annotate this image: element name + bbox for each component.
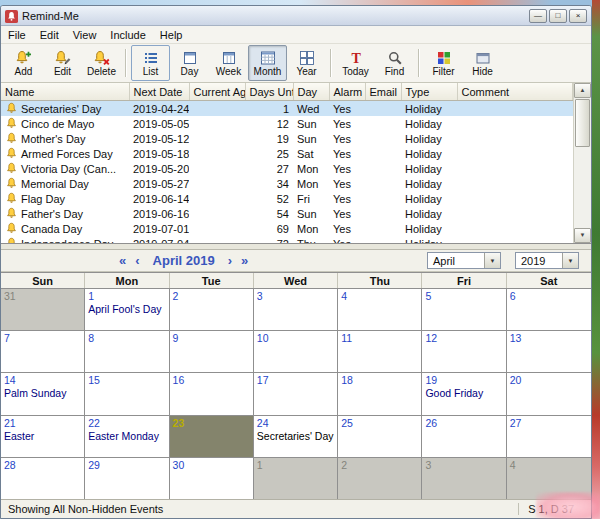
menu-include[interactable]: Include [103,28,152,42]
column-header-email[interactable]: Email [365,83,401,101]
cell-next_date: 2019-04-24 [129,101,189,117]
calendar-cell-12[interactable]: 12 [422,331,506,372]
year-dropdown[interactable]: 2019 ▼ [515,252,579,269]
menu-file[interactable]: File [1,28,33,42]
event-row[interactable]: Canada Day2019-07-0169MonYesHoliday [1,221,573,236]
calendar-cell-25[interactable]: 25 [338,416,422,457]
cell-alarm: Yes [329,101,365,117]
calendar-cell-21[interactable]: 21Easter [1,416,85,457]
calendar-cell-7[interactable]: 7 [1,331,85,372]
calendar-cell-13[interactable]: 13 [507,331,591,372]
calendar-cell-8[interactable]: 8 [85,331,169,372]
cell-name: Independence Day [1,236,129,243]
edit-button[interactable]: Edit [43,45,82,81]
menu-help[interactable]: Help [153,28,190,42]
calendar-cell-31[interactable]: 31 [1,289,85,330]
day-view-button[interactable]: Day [170,45,209,81]
cell-days_until: 12 [245,116,293,131]
calendar-cell-1[interactable]: 1April Fool's Day [85,289,169,330]
column-header-current_age[interactable]: Current Age [189,83,245,101]
column-header-day[interactable]: Day [293,83,329,101]
calendar-cell-4[interactable]: 4 [338,289,422,330]
calendar-cell-6[interactable]: 6 [507,289,591,330]
scroll-up-icon[interactable]: ▲ [574,83,591,98]
calendar-title: April 2019 [153,253,215,268]
list-view-button[interactable]: List [131,45,170,81]
month-dropdown[interactable]: April ▼ [427,252,501,269]
calendar-cell-3[interactable]: 3 [422,458,506,499]
year-view-button[interactable]: Year [287,45,326,81]
calendar-cell-3[interactable]: 3 [254,289,338,330]
column-header-next_date[interactable]: Next Date [129,83,189,101]
calendar-cell-30[interactable]: 30 [170,458,254,499]
calendar-cell-27[interactable]: 27 [507,416,591,457]
day-number: 2 [341,459,418,471]
cell-days_until: 25 [245,146,293,161]
column-header-alarm[interactable]: Alarm [329,83,365,101]
today-button[interactable]: TToday [336,45,375,81]
calendar-cell-23[interactable]: 23 [170,416,254,457]
calendar-cell-17[interactable]: 17 [254,373,338,414]
calendar-cell-10[interactable]: 10 [254,331,338,372]
event-row[interactable]: Father's Day2019-06-1654SunYesHoliday [1,206,573,221]
calendar-cell-22[interactable]: 22Easter Monday [85,416,169,457]
minimize-button[interactable]: — [529,9,547,23]
week-view-button[interactable]: Week [209,45,248,81]
calendar-cell-24[interactable]: 24Secretaries' Day [254,416,338,457]
scroll-down-icon[interactable]: ▼ [574,228,591,243]
event-row[interactable]: Secretaries' Day2019-04-241WedYesHoliday [1,101,573,117]
calendar-cell-5[interactable]: 5 [422,289,506,330]
menu-edit[interactable]: Edit [33,28,66,42]
calendar-cell-16[interactable]: 16 [170,373,254,414]
prev-year-button[interactable]: « [119,254,126,267]
month-view-button[interactable]: Month [248,45,287,81]
toolbar-button-label: Month [254,66,282,77]
calendar-cell-18[interactable]: 18 [338,373,422,414]
list-icon [143,50,159,66]
delete-button[interactable]: Delete [82,45,121,81]
find-button[interactable]: Find [375,45,414,81]
scrollbar-thumb[interactable] [575,99,590,147]
add-button[interactable]: Add [4,45,43,81]
column-header-type[interactable]: Type [401,83,457,101]
calendar-cell-11[interactable]: 11 [338,331,422,372]
calendar-cell-1[interactable]: 1 [254,458,338,499]
column-header-name[interactable]: Name [1,83,129,101]
window-title: Remind-Me [22,10,79,22]
prev-month-button[interactable]: ‹ [135,254,139,267]
event-row[interactable]: Independence Day2019-07-0472ThuYesHolida… [1,236,573,243]
event-name: Canada Day [21,223,82,235]
event-row[interactable]: Memorial Day2019-05-2734MonYesHoliday [1,176,573,191]
calendar-cell-15[interactable]: 15 [85,373,169,414]
cell-day: Sat [293,146,329,161]
event-row[interactable]: Victoria Day (Can...2019-05-2027MonYesHo… [1,161,573,176]
next-month-button[interactable]: › [228,254,232,267]
day-number: 7 [4,332,81,344]
calendar-cell-19[interactable]: 19Good Friday [422,373,506,414]
calendar-cell-4[interactable]: 4 [507,458,591,499]
close-button[interactable]: × [569,9,587,23]
next-year-button[interactable]: » [241,254,248,267]
calendar-cell-26[interactable]: 26 [422,416,506,457]
calendar-cell-14[interactable]: 14Palm Sunday [1,373,85,414]
calendar-cell-9[interactable]: 9 [170,331,254,372]
list-scrollbar[interactable]: ▲ ▼ [573,83,591,243]
column-header-comment[interactable]: Comment [457,83,573,101]
menu-view[interactable]: View [66,28,104,42]
event-row[interactable]: Mother's Day2019-05-1219SunYesHoliday [1,131,573,146]
maximize-button[interactable]: □ [549,9,567,23]
cell-type: Holiday [401,161,457,176]
calendar-cell-2[interactable]: 2 [338,458,422,499]
calendar-cell-29[interactable]: 29 [85,458,169,499]
cell-alarm: Yes [329,176,365,191]
calendar-cell-28[interactable]: 28 [1,458,85,499]
filter-button[interactable]: Filter [424,45,463,81]
hide-button[interactable]: Hide [463,45,502,81]
event-row[interactable]: Flag Day2019-06-1452FriYesHoliday [1,191,573,206]
calendar-cell-2[interactable]: 2 [170,289,254,330]
event-row[interactable]: Armed Forces Day2019-05-1825SatYesHolida… [1,146,573,161]
calendar-cell-20[interactable]: 20 [507,373,591,414]
event-row[interactable]: Cinco de Mayo2019-05-0512SunYesHoliday [1,116,573,131]
column-header-days_until[interactable]: Days Until [245,83,293,101]
scrollbar-track[interactable] [574,148,591,228]
